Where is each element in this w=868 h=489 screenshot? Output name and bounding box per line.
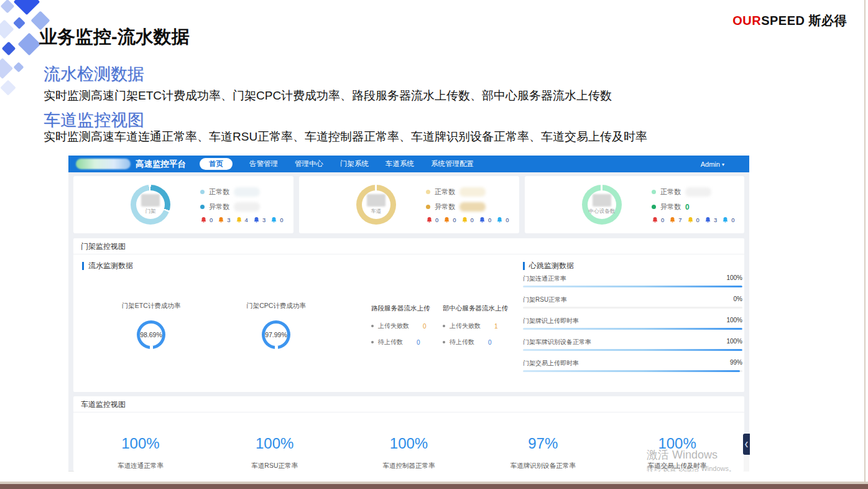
legend-dot bbox=[200, 190, 205, 194]
company-logo: OURSPEED 斯必得 bbox=[732, 12, 847, 29]
alarm-bell-icon bbox=[704, 217, 711, 223]
nav-item-system-config[interactable]: 系统管理配置 bbox=[431, 159, 474, 169]
donut-center-label: 门架 bbox=[145, 208, 156, 215]
lane-stat: 100% 车道控制器正常率 bbox=[342, 435, 476, 470]
panel-title: 车道监控视图 bbox=[73, 396, 744, 412]
gauge-ring: 97.99% bbox=[262, 320, 290, 349]
progress-track bbox=[523, 349, 742, 351]
lane-stat: 97% 车道牌识别设备正常率 bbox=[476, 435, 610, 470]
alarm-bell-icon bbox=[496, 217, 503, 223]
stat-value: 100% bbox=[342, 435, 476, 452]
ministry-server-upload-list: 部中心服务器流水上传 上传失败数 1 待上传数 0 bbox=[443, 304, 517, 354]
heartbeat-data-subtitle: 心跳监测数据 bbox=[523, 261, 574, 271]
list-item: 上传失败数 1 bbox=[443, 322, 517, 330]
progress-fill bbox=[523, 349, 742, 351]
nav-item-lane-system[interactable]: 车道系统 bbox=[386, 159, 414, 169]
summary-card-gantry: 门架 正常数 异常数 0 3 bbox=[73, 176, 293, 233]
list-item: 待上传数 0 bbox=[443, 338, 517, 347]
dashboard-screenshot: 高速监控平台 首页 告警管理 管理中心 门架系统 车道系统 系统管理配置 Adm… bbox=[68, 156, 749, 472]
legend-dot bbox=[652, 190, 656, 194]
bullet-dot-icon bbox=[371, 325, 374, 327]
lane-stat: 100% 车道连通正常率 bbox=[73, 435, 208, 470]
legend-abnormal: 异常数 bbox=[426, 202, 511, 213]
alarm-bell-icon bbox=[236, 217, 242, 223]
redacted-count bbox=[141, 194, 160, 207]
redacted-value bbox=[234, 187, 260, 197]
legend-normal: 正常数 bbox=[200, 187, 285, 198]
accent-bar bbox=[82, 262, 84, 270]
redacted-value bbox=[459, 187, 486, 197]
alarm-bell-icon bbox=[443, 217, 450, 223]
panel-title: 门架监控视图 bbox=[73, 238, 744, 254]
section-heading-flow: 流水检测数据 bbox=[44, 63, 144, 85]
section-heading-lane: 车道监控视图 bbox=[44, 109, 144, 131]
redacted-logo-blur bbox=[76, 159, 131, 169]
alarm-bell-icon bbox=[253, 217, 260, 223]
logo-our: OUR bbox=[732, 14, 761, 27]
progress-row: 门架牌识上传即时率100% bbox=[523, 317, 742, 330]
list-item: 上传失败数 0 bbox=[371, 322, 446, 330]
nav-menu: 首页 告警管理 管理中心 门架系统 车道系统 系统管理配置 bbox=[200, 158, 474, 170]
section-desc-lane: 实时监测高速车道连通正常率、车道RSU正常率、车道控制器正常率、车道牌识别设备正… bbox=[44, 129, 647, 145]
chevron-down-icon: ▾ bbox=[722, 162, 724, 167]
accent-bar bbox=[523, 262, 525, 270]
legend-normal: 正常数 bbox=[652, 187, 737, 198]
logo-cn: 斯必得 bbox=[809, 14, 847, 27]
stat-value: 100% bbox=[73, 435, 208, 452]
page-title: 业务监控-流水数据 bbox=[39, 25, 190, 50]
bullet-dot-icon bbox=[371, 341, 374, 343]
alarm-bell-icon bbox=[218, 217, 224, 223]
progress-fill bbox=[523, 286, 742, 287]
legend-dot bbox=[652, 205, 656, 209]
logo-speed: SPEED bbox=[761, 14, 805, 27]
nav-item-gantry-system[interactable]: 门架系统 bbox=[340, 159, 369, 169]
legend-abnormal: 异常数 bbox=[200, 202, 285, 213]
redacted-value bbox=[459, 202, 486, 212]
slide-edge-right bbox=[864, 0, 866, 485]
legend-dot bbox=[426, 190, 430, 194]
nav-item-admin-center[interactable]: 管理中心 bbox=[295, 159, 323, 169]
lane-monitor-panel: 车道监控视图 100% 车道连通正常率 100% 车道RSU正常率 100% 车… bbox=[73, 396, 744, 472]
etc-success-gauge: 门架ETC计费成功率 98.69% bbox=[104, 302, 198, 349]
bullet-dot-icon bbox=[443, 341, 445, 343]
section-desc-flow: 实时监测高速门架ETC计费成功率、门架CPC计费成功率、路段服务器流水上传数、部… bbox=[44, 88, 612, 104]
lane-donut-chart: 车道 bbox=[356, 185, 396, 225]
collapse-panel-toggle[interactable]: ❮ bbox=[743, 434, 750, 455]
redacted-count bbox=[367, 194, 386, 207]
gauge-ring: 98.69% bbox=[137, 320, 165, 349]
progress-track bbox=[523, 370, 742, 372]
nav-item-home[interactable]: 首页 bbox=[200, 158, 233, 170]
user-menu[interactable]: Admin ▾ bbox=[701, 161, 724, 168]
nav-item-alerts[interactable]: 告警管理 bbox=[249, 159, 278, 169]
stat-value: 100% bbox=[610, 435, 744, 452]
stat-label: 车道牌识别设备正常率 bbox=[476, 462, 610, 470]
alarm-bell-counts: 0 0 0 0 0 bbox=[426, 217, 511, 223]
abnormal-count: 0 bbox=[685, 203, 690, 212]
alarm-bell-counts: 0 3 4 3 0 bbox=[200, 217, 285, 223]
progress-track bbox=[523, 328, 742, 330]
alarm-bell-icon bbox=[652, 217, 658, 223]
flow-data-subtitle: 流水监测数据 bbox=[82, 261, 133, 271]
scrollbar-strip[interactable] bbox=[744, 455, 749, 472]
alarm-bell-icon bbox=[722, 217, 729, 223]
progress-fill bbox=[523, 328, 742, 330]
heartbeat-progress-list: 门架连通正常率100% 门架RSU正常率0% 门架牌识上传即时率100% 门架车… bbox=[523, 274, 742, 380]
summary-card-lane: 车道 正常数 异常数 0 0 bbox=[299, 176, 519, 233]
slide-edge-bottom-bar bbox=[0, 484, 868, 489]
stat-value: 97% bbox=[476, 435, 610, 452]
progress-row: 门架交易上传即时率99% bbox=[523, 359, 742, 372]
alarm-bell-icon bbox=[669, 217, 676, 223]
app-title: 高速监控平台 bbox=[136, 159, 186, 170]
progress-row: 门架连通正常率100% bbox=[523, 274, 742, 287]
bullet-dot-icon bbox=[443, 325, 445, 327]
alarm-bell-icon bbox=[687, 217, 694, 223]
slide: 业务监控-流水数据 OURSPEED 斯必得 流水检测数据 实时监测高速门架ET… bbox=[0, 0, 868, 489]
gantry-monitor-panel: 门架监控视图 流水监测数据 门架ETC计费成功率 98.69% 门架CPC计费成… bbox=[73, 238, 744, 392]
redacted-value bbox=[685, 187, 711, 197]
gantry-donut-chart: 门架 bbox=[131, 185, 170, 225]
legend-dot bbox=[200, 205, 205, 209]
lane-stat: 100% 车道交易上传及时率 bbox=[610, 435, 744, 470]
top-navbar: 高速监控平台 首页 告警管理 管理中心 门架系统 车道系统 系统管理配置 Adm… bbox=[68, 156, 749, 172]
redacted-value bbox=[234, 202, 260, 212]
list-item: 待上传数 0 bbox=[371, 338, 446, 347]
